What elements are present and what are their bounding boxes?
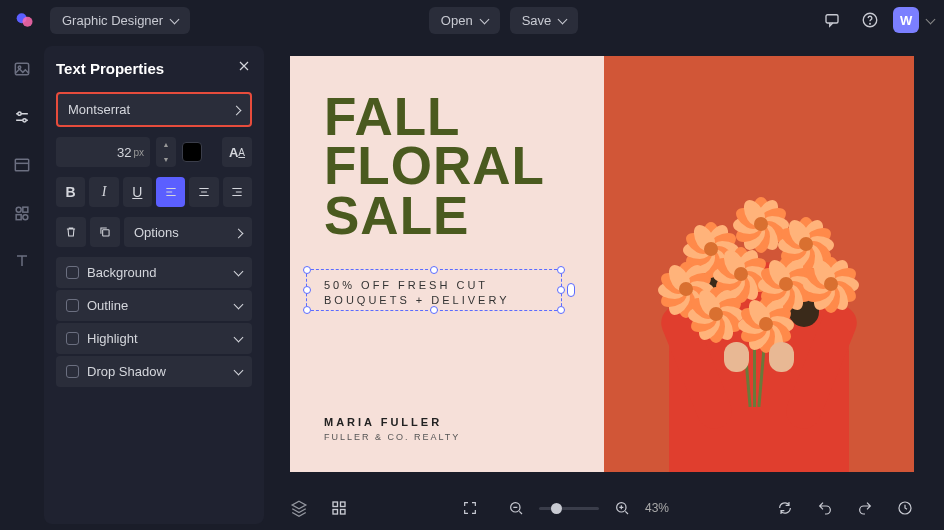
open-button[interactable]: Open [429,7,500,34]
svg-rect-16 [341,502,346,507]
fullscreen-icon[interactable] [455,493,485,523]
redo-icon[interactable] [850,493,880,523]
chevron-right-icon [233,102,240,117]
layout-tool-icon[interactable] [11,154,33,176]
chevron-down-icon [235,298,242,313]
delete-button[interactable] [56,217,86,247]
svg-point-7 [18,112,21,115]
bottombar: 43% [274,486,930,530]
italic-button[interactable]: I [89,177,118,207]
svg-rect-18 [341,510,346,515]
shapes-tool-icon[interactable] [11,202,33,224]
outline-accordion[interactable]: Outline [56,290,252,321]
canvas-area: FALL FLORAL SALE [264,40,944,530]
svg-point-10 [16,207,21,212]
color-swatch[interactable] [182,142,202,162]
checkbox[interactable] [66,365,79,378]
layers-icon[interactable] [284,493,314,523]
refresh-icon[interactable] [770,493,800,523]
resize-handle[interactable] [303,286,311,294]
font-size-input[interactable]: 32 px [56,137,150,167]
panel-title: Text Properties [56,60,164,77]
avatar[interactable]: W [893,7,919,33]
grid-icon[interactable] [324,493,354,523]
text-tool-icon[interactable] [11,250,33,272]
step-up-icon[interactable]: ▲ [156,137,176,152]
help-icon[interactable] [855,5,885,35]
zoom-out-icon[interactable] [501,493,531,523]
zoom-knob[interactable] [551,503,562,514]
chevron-down-icon [235,265,242,280]
resize-handle[interactable] [303,306,311,314]
image-tool-icon[interactable] [11,58,33,80]
checkbox[interactable] [66,332,79,345]
company-name[interactable]: FULLER & CO. REALTY [324,432,460,442]
text-properties-panel: Text Properties Montserrat 32 px ▲ ▼ AA … [44,46,264,524]
chevron-down-icon [235,364,242,379]
artboard[interactable]: FALL FLORAL SALE [290,56,914,472]
text-case-button[interactable]: AA [222,137,252,167]
chat-icon[interactable] [817,5,847,35]
highlight-accordion[interactable]: Highlight [56,323,252,354]
background-accordion[interactable]: Background [56,257,252,288]
artboard-image [604,56,914,472]
zoom-in-icon[interactable] [607,493,637,523]
chevron-right-icon [235,225,242,240]
chevron-down-icon [559,13,566,28]
underline-button[interactable]: U [123,177,152,207]
chevron-down-icon [481,13,488,28]
resize-handle[interactable] [430,266,438,274]
svg-rect-5 [15,63,28,75]
resize-handle[interactable] [557,286,565,294]
undo-icon[interactable] [810,493,840,523]
zoom-percent: 43% [645,501,669,515]
svg-point-8 [23,119,26,122]
align-left-button[interactable] [156,177,185,207]
svg-rect-11 [23,207,28,212]
save-label: Save [522,13,552,28]
app-dropdown-label: Graphic Designer [62,13,163,28]
logo[interactable] [10,5,40,35]
checkbox[interactable] [66,266,79,279]
app-dropdown[interactable]: Graphic Designer [50,7,190,34]
bold-button[interactable]: B [56,177,85,207]
history-icon[interactable] [890,493,920,523]
close-icon[interactable] [236,58,252,78]
svg-point-13 [23,215,28,220]
chevron-down-icon [171,13,178,28]
svg-rect-2 [826,15,838,23]
left-toolbar [0,40,44,530]
zoom-slider[interactable] [539,507,599,510]
svg-rect-15 [333,502,338,507]
options-button[interactable]: Options [124,217,252,247]
svg-rect-9 [15,159,28,171]
resize-handle[interactable] [557,306,565,314]
author-name[interactable]: MARIA FULLER [324,416,460,428]
checkbox[interactable] [66,299,79,312]
svg-rect-12 [16,215,21,220]
chevron-down-icon [235,331,242,346]
font-selector[interactable]: Montserrat [56,92,252,127]
svg-point-4 [870,23,871,24]
headline[interactable]: FALL FLORAL SALE [324,92,604,240]
rotate-handle[interactable] [567,283,575,297]
open-label: Open [441,13,473,28]
font-size-stepper[interactable]: ▲ ▼ [156,137,176,167]
svg-point-1 [23,17,33,27]
resize-handle[interactable] [557,266,565,274]
topbar: Graphic Designer Open Save W [0,0,944,40]
subheadline[interactable]: 50% OFF FRESH CUT BOUQUETS + DELIVERY [324,278,509,309]
chevron-down-icon[interactable] [927,11,934,29]
save-button[interactable]: Save [510,7,579,34]
drop-shadow-accordion[interactable]: Drop Shadow [56,356,252,387]
duplicate-button[interactable] [90,217,120,247]
adjust-tool-icon[interactable] [11,106,33,128]
resize-handle[interactable] [303,266,311,274]
align-center-button[interactable] [189,177,218,207]
font-name: Montserrat [68,102,130,117]
svg-rect-17 [333,510,338,515]
step-down-icon[interactable]: ▼ [156,152,176,167]
align-right-button[interactable] [223,177,252,207]
svg-rect-14 [103,230,109,236]
